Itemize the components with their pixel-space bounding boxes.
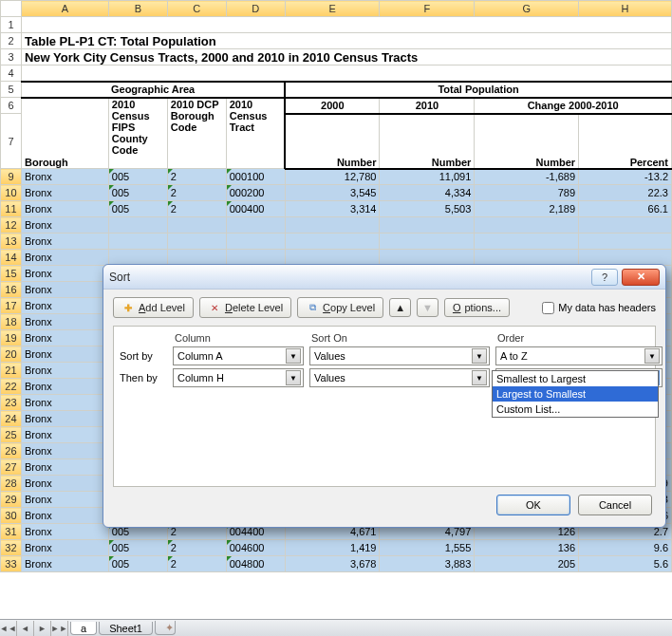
header-fips[interactable]: 2010 Census FIPS County Code: [108, 98, 167, 169]
cell[interactable]: 005: [108, 201, 167, 217]
row-header[interactable]: 30: [1, 508, 22, 524]
header-percent[interactable]: Percent: [579, 114, 672, 169]
cell[interactable]: [285, 234, 380, 250]
cell[interactable]: 22.3: [579, 185, 672, 201]
cell[interactable]: 000400: [226, 201, 285, 217]
cell[interactable]: Bronx: [21, 330, 108, 346]
cell[interactable]: [108, 234, 167, 250]
move-down-button[interactable]: ▼: [417, 298, 439, 317]
row-header[interactable]: 20: [1, 346, 22, 363]
cell[interactable]: [108, 250, 167, 266]
has-headers-checkbox[interactable]: My data has headers: [542, 302, 656, 314]
header-total-pop[interactable]: Total Population: [285, 82, 671, 98]
cell[interactable]: Bronx: [21, 508, 108, 524]
cell[interactable]: Bronx: [21, 217, 108, 234]
copy-level-button[interactable]: ⧉ Copy Level: [297, 297, 383, 318]
cell[interactable]: Bronx: [21, 363, 108, 379]
cell[interactable]: 3,545: [285, 185, 380, 201]
cell[interactable]: 1,419: [285, 540, 380, 556]
row-header[interactable]: 17: [1, 298, 22, 314]
select-all-corner[interactable]: [1, 1, 22, 17]
dropdown-option[interactable]: Largest to Smallest: [493, 386, 658, 402]
cell[interactable]: 005: [108, 169, 167, 185]
cell[interactable]: [108, 217, 167, 234]
row-header[interactable]: 18: [1, 314, 22, 330]
col-header-B[interactable]: B: [108, 1, 167, 17]
cell[interactable]: 66.1: [579, 201, 672, 217]
dialog-close-button[interactable]: ✕: [622, 269, 660, 286]
cell[interactable]: 11,091: [380, 169, 475, 185]
cell[interactable]: 000100: [226, 169, 285, 185]
cell[interactable]: [579, 234, 672, 250]
cell[interactable]: Bronx: [21, 266, 108, 282]
cell[interactable]: 5.6: [579, 556, 672, 572]
row-header[interactable]: 33: [1, 556, 22, 572]
header-number[interactable]: Number: [285, 114, 380, 169]
sheet-tab-sheet1[interactable]: Sheet1: [99, 622, 153, 635]
cell[interactable]: -1,689: [475, 169, 579, 185]
sort-column-combo-2[interactable]: Column H▼: [173, 368, 304, 387]
sheet-tab-a[interactable]: a: [70, 622, 97, 635]
sort-order-combo-1[interactable]: A to Z▼: [495, 346, 663, 365]
cell[interactable]: [226, 217, 285, 234]
cell[interactable]: 12,780: [285, 169, 380, 185]
col-header-E[interactable]: E: [285, 1, 380, 17]
cell[interactable]: [21, 17, 671, 33]
row-header[interactable]: 27: [1, 459, 22, 476]
row-header[interactable]: 22: [1, 379, 22, 395]
cell[interactable]: 004600: [226, 540, 285, 556]
cell[interactable]: Bronx: [21, 443, 108, 459]
cell[interactable]: [475, 250, 579, 266]
new-sheet-tab[interactable]: ✦: [155, 621, 176, 635]
tab-nav-last[interactable]: ►►: [51, 621, 68, 636]
row-header[interactable]: 29: [1, 492, 22, 508]
cell[interactable]: [380, 217, 475, 234]
cell[interactable]: Bronx: [21, 395, 108, 411]
tab-nav-next[interactable]: ►: [34, 621, 51, 636]
cell[interactable]: Bronx: [21, 427, 108, 443]
row-header[interactable]: 31: [1, 524, 22, 540]
cell[interactable]: [167, 217, 226, 234]
add-level-button[interactable]: ✚ AAdd Leveldd Level: [113, 297, 194, 318]
row-header[interactable]: 10: [1, 185, 22, 201]
cell[interactable]: Bronx: [21, 540, 108, 556]
cell[interactable]: 2: [167, 169, 226, 185]
ok-button[interactable]: OK: [496, 495, 570, 515]
row-header[interactable]: 15: [1, 266, 22, 282]
header-geo-area[interactable]: Geographic Area: [21, 82, 285, 98]
sort-on-combo-2[interactable]: Values▼: [309, 368, 490, 387]
dialog-help-button[interactable]: ?: [591, 269, 618, 286]
dropdown-option[interactable]: Smallest to Largest: [493, 371, 658, 386]
cell[interactable]: 005: [108, 556, 167, 572]
header-number[interactable]: Number: [380, 114, 475, 169]
delete-level-button[interactable]: ✕ Delete Level: [199, 297, 291, 318]
cell[interactable]: 2: [167, 185, 226, 201]
row-header[interactable]: 32: [1, 540, 22, 556]
row-header[interactable]: 5: [1, 82, 22, 98]
tab-nav-prev[interactable]: ◄: [17, 621, 34, 636]
col-header-D[interactable]: D: [226, 1, 285, 17]
col-header-H[interactable]: H: [579, 1, 672, 17]
cell[interactable]: 2: [167, 556, 226, 572]
cell[interactable]: Bronx: [21, 346, 108, 363]
cell[interactable]: [475, 217, 579, 234]
cell[interactable]: Bronx: [21, 379, 108, 395]
cell[interactable]: [21, 65, 671, 82]
row-header[interactable]: 25: [1, 427, 22, 443]
row-header[interactable]: 11: [1, 201, 22, 217]
cell[interactable]: 789: [475, 185, 579, 201]
header-change[interactable]: Change 2000-2010: [475, 98, 672, 114]
cell[interactable]: 3,883: [380, 556, 475, 572]
sort-column-combo-1[interactable]: Column A▼: [173, 346, 304, 365]
cell[interactable]: [226, 250, 285, 266]
cell[interactable]: [380, 234, 475, 250]
cell[interactable]: Bronx: [21, 524, 108, 540]
cell[interactable]: 3,678: [285, 556, 380, 572]
title-cell[interactable]: Table PL-P1 CT: Total Population: [21, 33, 671, 49]
cell[interactable]: Bronx: [21, 459, 108, 476]
move-up-button[interactable]: ▲: [389, 298, 411, 317]
cell[interactable]: [226, 234, 285, 250]
row-header[interactable]: 19: [1, 330, 22, 346]
cell[interactable]: 3,314: [285, 201, 380, 217]
row-header[interactable]: 14: [1, 250, 22, 266]
